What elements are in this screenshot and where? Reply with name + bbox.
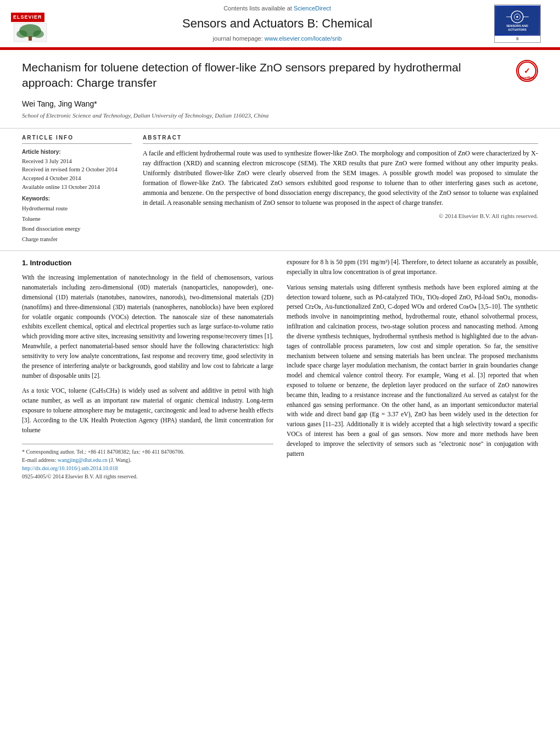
doi-link: http://dx.doi.org/10.1016/j.snb.2014.10.… <box>22 464 273 472</box>
contents-available-line: Contents lists available at ScienceDirec… <box>60 4 494 13</box>
page: ELSEVIER Contents lists available at Sci… <box>0 0 560 742</box>
svg-point-2 <box>16 30 27 38</box>
abstract-text: A facile and efficient hydrothermal rout… <box>143 148 538 208</box>
body-para-1: With the increasing implementation of na… <box>22 273 273 381</box>
body-para-3: exposure for 8 h is 50 ppm (191 mg/m³) [… <box>287 258 538 277</box>
journal-homepage-line: journal homepage: www.elsevier.com/locat… <box>60 35 494 43</box>
article-header: Mechanism for toluene detection of flowe… <box>0 50 560 129</box>
received-revised-date: Received in revised form 2 October 2014 <box>22 165 132 174</box>
sciencedirect-link[interactable]: ScienceDirect <box>294 5 331 12</box>
svg-text:ACTUATORS: ACTUATORS <box>508 28 527 31</box>
keywords-list: Hydrothermal route Toluene Bond dissocia… <box>22 204 132 246</box>
header-right: SENSORS AND ACTUATORS B <box>494 4 549 47</box>
body-para-2: As a toxic VOC, toluene (C₆H₅CH₃) is wid… <box>22 386 273 435</box>
elsevier-logo: ELSEVIER <box>11 13 60 43</box>
keyword-4: Charge transfer <box>22 235 132 245</box>
elsevier-tree-icon <box>11 22 49 43</box>
svg-text:✓: ✓ <box>524 66 530 75</box>
keyword-3: Bond dissociation energy <box>22 224 132 235</box>
available-date: Available online 13 October 2014 <box>22 183 132 192</box>
sensors-logo-image: SENSORS AND ACTUATORS <box>494 5 541 36</box>
svg-point-3 <box>33 30 44 38</box>
crossmark-badge: ✓ CrossMark <box>516 60 538 82</box>
email-link[interactable]: wangjing@dlut.edu.cn <box>58 457 108 463</box>
sensors-actuators-logo: SENSORS AND ACTUATORS B <box>494 4 541 43</box>
keyword-1: Hydrothermal route <box>22 204 132 214</box>
keywords-label: Keywords: <box>22 195 132 203</box>
svg-text:SENSORS AND: SENSORS AND <box>506 24 528 27</box>
issn-line: 0925-4005/© 2014 Elsevier B.V. All right… <box>22 472 273 481</box>
body-col-left: 1. Introduction With the increasing impl… <box>22 258 273 481</box>
section1-title: 1. Introduction <box>22 258 273 269</box>
body-content: 1. Introduction With the increasing impl… <box>0 251 560 492</box>
article-info-heading: ARTICLE INFO <box>22 134 132 144</box>
journal-url[interactable]: www.elsevier.com/locate/snb <box>265 35 342 42</box>
journal-header: ELSEVIER Contents lists available at Sci… <box>0 0 560 48</box>
copyright-line: © 2014 Elsevier B.V. All rights reserved… <box>143 212 538 220</box>
sensors-logo-bottom: B <box>516 36 519 42</box>
corresponding-author-note: * Corresponding author. Tel.: +86 411 84… <box>22 448 273 456</box>
svg-rect-4 <box>29 36 32 41</box>
journal-title: Sensors and Actuators B: Chemical <box>60 15 494 32</box>
keyword-2: Toluene <box>22 214 132 225</box>
article-info-abstract-section: ARTICLE INFO Article history: Received 3… <box>0 129 560 252</box>
svg-point-8 <box>516 15 518 18</box>
history-label: Article history: <box>22 148 132 156</box>
authors: Wei Tang, Jing Wang* <box>22 99 538 110</box>
header-left: ELSEVIER <box>11 13 60 47</box>
body-para-4: Various sensing materials using differen… <box>287 283 538 459</box>
accepted-date: Accepted 4 October 2014 <box>22 174 132 183</box>
email-note: E-mail address: wangjing@dlut.edu.cn (J.… <box>22 456 273 464</box>
abstract-heading: ABSTRACT <box>143 134 538 144</box>
body-two-column: 1. Introduction With the increasing impl… <box>22 258 538 481</box>
elsevier-label: ELSEVIER <box>11 13 44 22</box>
abstract-column: ABSTRACT A facile and efficient hydrothe… <box>143 134 538 246</box>
article-title: Mechanism for toluene detection of flowe… <box>22 60 538 91</box>
received-date: Received 3 July 2014 <box>22 157 132 166</box>
body-col-right: exposure for 8 h is 50 ppm (191 mg/m³) [… <box>287 258 538 481</box>
article-info-column: ARTICLE INFO Article history: Received 3… <box>22 134 132 246</box>
header-center: Contents lists available at ScienceDirec… <box>60 4 494 47</box>
svg-text:CrossMark: CrossMark <box>520 76 534 79</box>
affiliation: School of Electronic Science and Technol… <box>22 111 538 120</box>
footnote-section: * Corresponding author. Tel.: +86 411 84… <box>22 444 273 481</box>
doi-anchor[interactable]: http://dx.doi.org/10.1016/j.snb.2014.10.… <box>22 465 118 471</box>
